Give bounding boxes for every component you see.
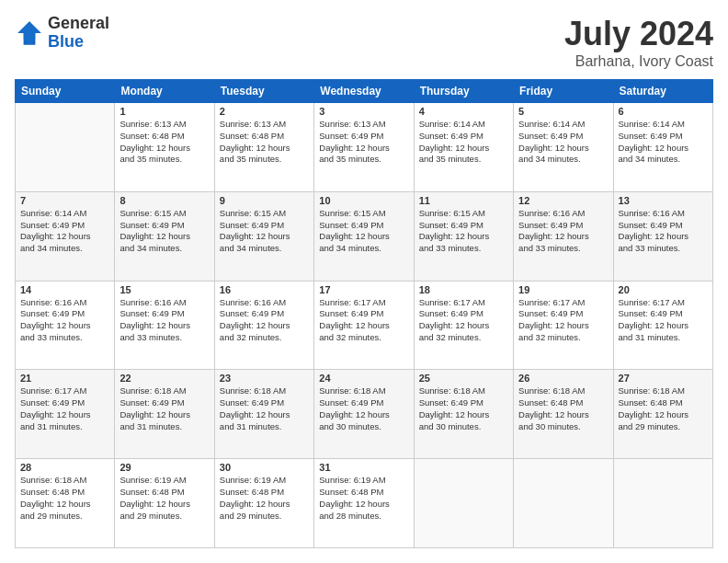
day-number: 8 — [119, 195, 209, 206]
day-info: Sunrise: 6:13 AM Sunset: 6:48 PM Dayligh… — [119, 119, 209, 166]
day-info: Sunrise: 6:16 AM Sunset: 6:49 PM Dayligh… — [119, 297, 209, 344]
calendar-cell: 20Sunrise: 6:17 AM Sunset: 6:49 PM Dayli… — [613, 281, 712, 370]
day-number: 22 — [119, 373, 209, 384]
day-info: Sunrise: 6:15 AM Sunset: 6:49 PM Dayligh… — [119, 208, 209, 255]
day-number: 29 — [119, 462, 209, 473]
day-info: Sunrise: 6:17 AM Sunset: 6:49 PM Dayligh… — [20, 385, 109, 432]
calendar-week-row: 7Sunrise: 6:14 AM Sunset: 6:49 PM Daylig… — [16, 191, 713, 281]
day-number: 26 — [518, 373, 608, 384]
day-number: 1 — [119, 106, 209, 117]
day-info: Sunrise: 6:17 AM Sunset: 6:49 PM Dayligh… — [419, 297, 508, 344]
day-info: Sunrise: 6:19 AM Sunset: 6:48 PM Dayligh… — [220, 475, 309, 522]
day-number: 28 — [20, 462, 109, 473]
calendar-day-header: Sunday — [16, 80, 115, 103]
calendar-cell: 23Sunrise: 6:18 AM Sunset: 6:49 PM Dayli… — [214, 370, 313, 459]
calendar-day-header: Thursday — [414, 80, 513, 103]
day-info: Sunrise: 6:18 AM Sunset: 6:48 PM Dayligh… — [518, 385, 608, 432]
day-info: Sunrise: 6:16 AM Sunset: 6:49 PM Dayligh… — [20, 297, 109, 344]
calendar-cell — [613, 459, 712, 548]
calendar-day-header: Saturday — [613, 80, 712, 103]
day-number: 7 — [20, 195, 109, 206]
calendar-cell: 21Sunrise: 6:17 AM Sunset: 6:49 PM Dayli… — [16, 370, 115, 459]
calendar-cell: 22Sunrise: 6:18 AM Sunset: 6:49 PM Dayli… — [115, 370, 214, 459]
day-number: 31 — [319, 462, 408, 473]
calendar-cell: 24Sunrise: 6:18 AM Sunset: 6:49 PM Dayli… — [314, 370, 414, 459]
calendar-day-header: Wednesday — [314, 80, 414, 103]
calendar-cell: 6Sunrise: 6:14 AM Sunset: 6:49 PM Daylig… — [613, 103, 712, 192]
day-info: Sunrise: 6:18 AM Sunset: 6:49 PM Dayligh… — [319, 385, 408, 432]
calendar-week-row: 21Sunrise: 6:17 AM Sunset: 6:49 PM Dayli… — [16, 370, 713, 459]
calendar-cell — [414, 459, 513, 548]
calendar-cell: 19Sunrise: 6:17 AM Sunset: 6:49 PM Dayli… — [514, 281, 613, 370]
page: General Blue July 2024 Barhana, Ivory Co… — [0, 0, 728, 563]
calendar-cell: 9Sunrise: 6:15 AM Sunset: 6:49 PM Daylig… — [214, 191, 313, 281]
day-info: Sunrise: 6:18 AM Sunset: 6:49 PM Dayligh… — [119, 385, 209, 432]
calendar-week-row: 28Sunrise: 6:18 AM Sunset: 6:48 PM Dayli… — [16, 459, 713, 548]
calendar-cell: 26Sunrise: 6:18 AM Sunset: 6:48 PM Dayli… — [514, 370, 613, 459]
calendar-cell: 13Sunrise: 6:16 AM Sunset: 6:49 PM Dayli… — [613, 191, 712, 281]
calendar-cell: 28Sunrise: 6:18 AM Sunset: 6:48 PM Dayli… — [16, 459, 115, 548]
calendar-cell: 5Sunrise: 6:14 AM Sunset: 6:49 PM Daylig… — [514, 103, 613, 192]
day-number: 24 — [319, 373, 408, 384]
day-number: 15 — [119, 284, 209, 295]
day-info: Sunrise: 6:18 AM Sunset: 6:49 PM Dayligh… — [220, 385, 309, 432]
calendar-cell: 25Sunrise: 6:18 AM Sunset: 6:49 PM Dayli… — [414, 370, 513, 459]
day-number: 12 — [518, 195, 608, 206]
day-number: 19 — [518, 284, 608, 295]
calendar-day-header: Tuesday — [214, 80, 313, 103]
calendar-cell: 15Sunrise: 6:16 AM Sunset: 6:49 PM Dayli… — [115, 281, 214, 370]
day-info: Sunrise: 6:19 AM Sunset: 6:48 PM Dayligh… — [119, 475, 209, 522]
day-number: 10 — [319, 195, 408, 206]
logo-general: General — [48, 15, 109, 33]
calendar-cell: 1Sunrise: 6:13 AM Sunset: 6:48 PM Daylig… — [115, 103, 214, 192]
day-info: Sunrise: 6:14 AM Sunset: 6:49 PM Dayligh… — [20, 208, 109, 255]
calendar-week-row: 14Sunrise: 6:16 AM Sunset: 6:49 PM Dayli… — [16, 281, 713, 370]
day-info: Sunrise: 6:16 AM Sunset: 6:49 PM Dayligh… — [220, 297, 309, 344]
day-info: Sunrise: 6:18 AM Sunset: 6:48 PM Dayligh… — [619, 385, 708, 432]
calendar-cell: 29Sunrise: 6:19 AM Sunset: 6:48 PM Dayli… — [115, 459, 214, 548]
calendar-cell: 31Sunrise: 6:19 AM Sunset: 6:48 PM Dayli… — [314, 459, 414, 548]
calendar-cell: 18Sunrise: 6:17 AM Sunset: 6:49 PM Dayli… — [414, 281, 513, 370]
day-number: 2 — [220, 106, 309, 117]
day-number: 30 — [220, 462, 309, 473]
day-info: Sunrise: 6:15 AM Sunset: 6:49 PM Dayligh… — [220, 208, 309, 255]
svg-marker-1 — [17, 21, 41, 45]
subtitle: Barhana, Ivory Coast — [564, 53, 713, 70]
day-number: 9 — [220, 195, 309, 206]
day-number: 14 — [20, 284, 109, 295]
calendar-week-row: 1Sunrise: 6:13 AM Sunset: 6:48 PM Daylig… — [16, 103, 713, 192]
day-number: 3 — [319, 106, 408, 117]
day-number: 21 — [20, 373, 109, 384]
calendar-cell: 10Sunrise: 6:15 AM Sunset: 6:49 PM Dayli… — [314, 191, 414, 281]
calendar-cell — [514, 459, 613, 548]
calendar-cell: 12Sunrise: 6:16 AM Sunset: 6:49 PM Dayli… — [514, 191, 613, 281]
day-number: 25 — [419, 373, 508, 384]
header: General Blue July 2024 Barhana, Ivory Co… — [15, 15, 713, 70]
calendar-cell: 8Sunrise: 6:15 AM Sunset: 6:49 PM Daylig… — [115, 191, 214, 281]
day-number: 27 — [619, 373, 708, 384]
logo-blue: Blue — [48, 33, 109, 52]
calendar-day-header: Friday — [514, 80, 613, 103]
calendar-cell: 4Sunrise: 6:14 AM Sunset: 6:49 PM Daylig… — [414, 103, 513, 192]
calendar-table: SundayMondayTuesdayWednesdayThursdayFrid… — [15, 79, 713, 548]
calendar-cell: 30Sunrise: 6:19 AM Sunset: 6:48 PM Dayli… — [214, 459, 313, 548]
day-info: Sunrise: 6:17 AM Sunset: 6:49 PM Dayligh… — [319, 297, 408, 344]
calendar-cell: 11Sunrise: 6:15 AM Sunset: 6:49 PM Dayli… — [414, 191, 513, 281]
day-info: Sunrise: 6:16 AM Sunset: 6:49 PM Dayligh… — [518, 208, 608, 255]
calendar-header-row: SundayMondayTuesdayWednesdayThursdayFrid… — [16, 80, 713, 103]
calendar-header: SundayMondayTuesdayWednesdayThursdayFrid… — [16, 80, 713, 103]
day-info: Sunrise: 6:13 AM Sunset: 6:49 PM Dayligh… — [319, 119, 408, 166]
day-number: 4 — [419, 106, 508, 117]
day-number: 16 — [220, 284, 309, 295]
calendar-cell: 3Sunrise: 6:13 AM Sunset: 6:49 PM Daylig… — [314, 103, 414, 192]
calendar-cell — [16, 103, 115, 192]
day-info: Sunrise: 6:17 AM Sunset: 6:49 PM Dayligh… — [518, 297, 608, 344]
day-info: Sunrise: 6:15 AM Sunset: 6:49 PM Dayligh… — [319, 208, 408, 255]
day-number: 13 — [619, 195, 708, 206]
logo-icon — [15, 18, 44, 48]
calendar-cell: 2Sunrise: 6:13 AM Sunset: 6:48 PM Daylig… — [214, 103, 313, 192]
calendar-day-header: Monday — [115, 80, 214, 103]
day-number: 23 — [220, 373, 309, 384]
title-block: July 2024 Barhana, Ivory Coast — [564, 15, 713, 70]
day-info: Sunrise: 6:15 AM Sunset: 6:49 PM Dayligh… — [419, 208, 508, 255]
